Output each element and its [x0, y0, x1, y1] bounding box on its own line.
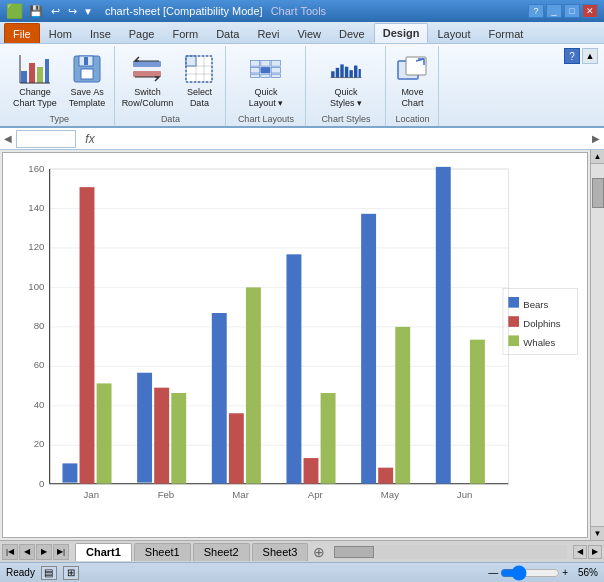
tab-review[interactable]: Revi: [248, 23, 288, 43]
help-icon[interactable]: ?: [564, 48, 580, 64]
close-button[interactable]: ✕: [582, 4, 598, 18]
svg-rect-63: [97, 383, 112, 483]
hscroll-buttons: ◀ ▶: [573, 545, 602, 559]
help-button[interactable]: ?: [528, 4, 544, 18]
vertical-scrollbar[interactable]: ▲ ▼: [590, 150, 604, 540]
svg-text:Jun: Jun: [457, 489, 472, 500]
svg-rect-11: [133, 71, 161, 77]
scroll-down-button[interactable]: ▼: [591, 526, 605, 540]
svg-rect-28: [261, 74, 270, 77]
svg-rect-29: [271, 74, 280, 77]
svg-rect-33: [345, 67, 348, 78]
svg-rect-84: [508, 297, 519, 308]
svg-rect-15: [186, 56, 196, 66]
svg-text:140: 140: [28, 202, 44, 213]
sheet-tab-bar: |◀ ◀ ▶ ▶| Chart1 Sheet1 Sheet2 Sheet3 ⊕ …: [0, 540, 604, 562]
quick-layout-icon: [250, 53, 282, 85]
quick-access-dropdown[interactable]: ▼: [83, 6, 93, 17]
svg-rect-30: [331, 71, 334, 77]
switch-row-column-icon: [131, 53, 163, 85]
change-chart-type-button[interactable]: ChangeChart Type: [8, 50, 62, 112]
ribbon-group-data: SwitchRow/Column Se: [115, 46, 226, 126]
horizontal-scrollbar[interactable]: [334, 545, 567, 559]
page-layout-button[interactable]: ⊞: [63, 566, 79, 580]
tab-home[interactable]: Hom: [40, 23, 81, 43]
svg-rect-2: [37, 67, 43, 83]
svg-rect-32: [340, 64, 343, 77]
excel-icon: 🟩: [6, 3, 23, 19]
minimize-button[interactable]: _: [546, 4, 562, 18]
sheet-navigation: |◀ ◀ ▶ ▶|: [2, 544, 69, 560]
zoom-level: 56%: [570, 567, 598, 578]
ribbon-group-chart-styles: QuickStyles ▾ Chart Styles: [306, 46, 386, 126]
zoom-in-button[interactable]: +: [562, 567, 568, 578]
status-left: Ready ▤ ⊞: [6, 566, 79, 580]
formula-input[interactable]: [104, 130, 588, 148]
scrollbar-thumb[interactable]: [592, 178, 604, 208]
tab-format[interactable]: Format: [479, 23, 532, 43]
quick-access-undo[interactable]: ↩: [51, 5, 60, 18]
hscroll-thumb[interactable]: [334, 546, 374, 558]
sheet-tab-sheet1[interactable]: Sheet1: [134, 543, 191, 561]
zoom-slider[interactable]: [500, 568, 560, 578]
chart-layouts-group-label: Chart Layouts: [230, 112, 301, 126]
normal-view-button[interactable]: ▤: [41, 566, 57, 580]
tab-developer[interactable]: Deve: [330, 23, 374, 43]
tab-insert[interactable]: Inse: [81, 23, 120, 43]
scroll-left-icon[interactable]: ◀: [4, 133, 12, 144]
tab-formulas[interactable]: Form: [163, 23, 207, 43]
svg-text:Feb: Feb: [158, 489, 175, 500]
svg-rect-79: [395, 327, 410, 484]
svg-text:20: 20: [34, 438, 45, 449]
sheet-nav-last[interactable]: ▶|: [53, 544, 69, 560]
add-sheet-button[interactable]: ⊕: [310, 543, 328, 561]
svg-rect-70: [229, 413, 244, 483]
restore-button[interactable]: □: [564, 4, 580, 18]
move-chart-button[interactable]: MoveChart: [390, 50, 434, 112]
svg-rect-82: [470, 340, 485, 484]
svg-rect-31: [336, 68, 339, 78]
svg-text:Bears: Bears: [523, 299, 548, 310]
svg-text:Mar: Mar: [232, 489, 249, 500]
status-bar: Ready ▤ ⊞ — + 56%: [0, 562, 604, 582]
location-group-label: Location: [390, 112, 434, 126]
sheet-nav-prev[interactable]: ◀: [19, 544, 35, 560]
zoom-out-button[interactable]: —: [488, 567, 498, 578]
tab-file[interactable]: File: [4, 23, 40, 43]
quick-access-redo[interactable]: ↪: [68, 5, 77, 18]
quick-layout-button[interactable]: QuickLayout ▾: [231, 50, 301, 112]
scroll-up-button[interactable]: ▲: [591, 150, 605, 164]
tab-data[interactable]: Data: [207, 23, 248, 43]
svg-rect-34: [349, 70, 352, 77]
hscroll-left[interactable]: ◀: [573, 545, 587, 559]
tab-design[interactable]: Design: [374, 23, 429, 43]
svg-rect-81: [436, 167, 451, 484]
sheet-tab-sheet3[interactable]: Sheet3: [252, 543, 309, 561]
svg-rect-75: [321, 393, 336, 484]
formula-bar: ◀ fx ▶: [0, 128, 604, 150]
quick-access-save[interactable]: 💾: [29, 5, 43, 18]
svg-rect-25: [261, 67, 270, 73]
tab-page[interactable]: Page: [120, 23, 164, 43]
minimize-ribbon-icon[interactable]: ▲: [582, 48, 598, 64]
sheet-tab-chart1[interactable]: Chart1: [75, 543, 132, 561]
chart-svg: 0 20 40 60 80 100 120 140 160 Jan: [7, 157, 583, 533]
select-data-button[interactable]: SelectData: [177, 50, 221, 112]
svg-rect-66: [154, 388, 169, 484]
name-box[interactable]: [16, 130, 76, 148]
svg-text:60: 60: [34, 359, 45, 370]
tab-view[interactable]: View: [288, 23, 330, 43]
hscroll-right[interactable]: ▶: [588, 545, 602, 559]
move-chart-label: MoveChart: [401, 87, 423, 109]
title-bar-controls: ? _ □ ✕: [528, 4, 598, 18]
scroll-right-icon[interactable]: ▶: [592, 133, 600, 144]
sheet-nav-first[interactable]: |◀: [2, 544, 18, 560]
quick-styles-button[interactable]: QuickStyles ▾: [311, 50, 381, 112]
tab-layout[interactable]: Layout: [428, 23, 479, 43]
svg-text:40: 40: [34, 399, 45, 410]
sheet-nav-next[interactable]: ▶: [36, 544, 52, 560]
sheet-tab-sheet2[interactable]: Sheet2: [193, 543, 250, 561]
switch-row-column-button[interactable]: SwitchRow/Column: [119, 50, 175, 112]
svg-rect-26: [271, 67, 280, 73]
save-as-template-button[interactable]: Save AsTemplate: [64, 50, 111, 112]
